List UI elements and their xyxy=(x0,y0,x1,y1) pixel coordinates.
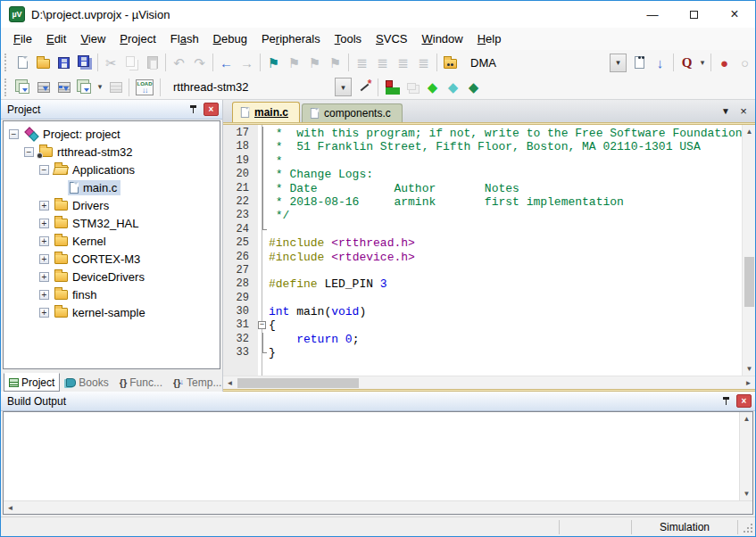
scroll-right-icon[interactable]: ► xyxy=(742,376,755,390)
manage-project-items-icon[interactable] xyxy=(402,77,422,98)
search-combobox[interactable]: DMA▾ xyxy=(463,54,627,72)
tree-item-kernel[interactable]: +Kernel xyxy=(4,232,220,250)
menu-flash[interactable]: Flash xyxy=(163,29,206,48)
outdent-icon[interactable]: ≣ xyxy=(372,52,393,73)
build-output-horizontal-scrollbar[interactable]: ◄ xyxy=(4,500,752,514)
save-icon[interactable] xyxy=(54,52,74,73)
fold-margin[interactable]: − xyxy=(254,318,269,332)
build-output-close-button[interactable]: × xyxy=(736,394,752,408)
expander-plus-icon[interactable]: + xyxy=(39,236,49,246)
document-tab-components-c[interactable]: components.c xyxy=(302,103,403,122)
document-tab-main-c[interactable]: main.c xyxy=(232,102,300,122)
indent-icon[interactable]: ≣ xyxy=(352,52,372,73)
tree-item-stm32-hal[interactable]: +STM32_HAL xyxy=(4,214,220,232)
tree-item-finsh-label-wrap[interactable]: finsh xyxy=(53,287,100,302)
tree-item-main-c-label-wrap[interactable]: main.c xyxy=(68,180,120,195)
tree-item-devicedrivers-label-wrap[interactable]: DeviceDrivers xyxy=(53,269,148,285)
menu-view[interactable]: View xyxy=(73,29,112,48)
panel-tab-templates[interactable]: {}↓Temp... xyxy=(169,373,226,392)
select-device-icon[interactable]: ◆ xyxy=(443,77,463,98)
close-document-button[interactable]: × xyxy=(735,103,752,120)
panel-tab-project[interactable]: Project xyxy=(4,373,60,392)
tree-item-drivers[interactable]: +Drivers xyxy=(4,196,220,214)
manage-rte-icon[interactable] xyxy=(381,77,402,98)
build-scroll-left-icon[interactable]: ◄ xyxy=(4,501,17,515)
stop-build-icon[interactable] xyxy=(105,77,126,98)
open-file-icon[interactable] xyxy=(33,52,54,73)
download-icon[interactable]: LOAD↓↓ xyxy=(132,77,157,98)
expander-plus-icon[interactable]: + xyxy=(39,290,49,300)
scroll-up-icon[interactable]: ▲ xyxy=(743,125,755,138)
scroll-left-icon[interactable]: ◄ xyxy=(223,376,237,390)
build-scroll-down-icon[interactable]: ▼ xyxy=(740,487,753,500)
menu-window[interactable]: Window xyxy=(414,29,469,48)
manage-books-icon[interactable]: ◆ xyxy=(463,77,484,98)
menu-debug[interactable]: Debug xyxy=(206,29,254,48)
build-scroll-up-icon[interactable]: ▲ xyxy=(740,412,753,425)
tree-item-finsh[interactable]: +finsh xyxy=(4,285,220,303)
insert-breakpoint-icon[interactable]: ● xyxy=(714,52,735,73)
incremental-find-icon[interactable]: ↓ xyxy=(650,52,670,73)
undo-icon[interactable]: ↶ xyxy=(169,52,189,73)
expander-minus-icon[interactable]: − xyxy=(9,129,19,139)
tree-item-cortex-m3-label-wrap[interactable]: CORTEX-M3 xyxy=(53,252,144,267)
bookmark-prev-icon[interactable]: ⚑ xyxy=(284,52,304,73)
translate-icon[interactable] xyxy=(12,77,33,98)
expander-plus-icon[interactable]: + xyxy=(39,219,49,228)
expander-plus-icon[interactable]: + xyxy=(39,201,49,211)
expander-minus-icon[interactable]: − xyxy=(24,147,34,157)
new-file-icon[interactable] xyxy=(12,52,33,73)
build-icon[interactable] xyxy=(33,77,54,98)
tree-item-drivers-label-wrap[interactable]: Drivers xyxy=(53,198,112,213)
build-output-pin-icon[interactable] xyxy=(722,396,731,406)
cut-icon[interactable]: ✂ xyxy=(101,52,121,73)
menu-edit[interactable]: Edit xyxy=(39,29,73,48)
batch-build-icon[interactable] xyxy=(74,77,95,98)
tree-item-applications[interactable]: −Applications xyxy=(4,161,220,178)
close-button[interactable]: × xyxy=(714,1,755,28)
editor-vscroll-thumb[interactable] xyxy=(744,257,754,307)
uncomment-selection-icon[interactable]: ≣ xyxy=(413,52,434,73)
tree-item-kernel-label-wrap[interactable]: Kernel xyxy=(53,234,110,249)
tree-item-main-c[interactable]: main.c xyxy=(4,178,220,196)
redo-icon[interactable]: ↷ xyxy=(189,52,210,73)
build-output-vertical-scrollbar[interactable]: ▲ ▼ xyxy=(739,412,752,500)
expander-plus-icon[interactable]: + xyxy=(39,308,49,318)
navigate-back-icon[interactable]: ← xyxy=(216,52,237,73)
bookmark-next-icon[interactable]: ⚑ xyxy=(304,52,325,73)
expander-plus-icon[interactable]: + xyxy=(39,272,49,282)
menu-project[interactable]: Project xyxy=(112,29,162,48)
search-combobox-dropdown-icon[interactable]: ▾ xyxy=(610,54,627,72)
disable-breakpoint-icon[interactable]: ○ xyxy=(735,52,755,73)
tree-item-kernel-sample[interactable]: +kernel-sample xyxy=(4,303,220,321)
save-all-icon[interactable] xyxy=(74,52,95,73)
find-text-icon[interactable] xyxy=(629,52,650,73)
tree-item-stm32-hal-label-wrap[interactable]: STM32_HAL xyxy=(53,216,142,231)
pin-icon[interactable] xyxy=(189,104,198,114)
editor-hscroll-thumb[interactable] xyxy=(237,378,359,388)
panel-tab-functions[interactable]: {}Func... xyxy=(115,373,167,392)
grep-icon[interactable]: Q xyxy=(677,52,697,73)
tree-item-applications-label-wrap[interactable]: Applications xyxy=(53,162,138,178)
grep-caret-icon[interactable]: ▾ xyxy=(697,52,708,73)
menu-peripherals[interactable]: Peripherals xyxy=(254,29,328,48)
editor-horizontal-scrollbar[interactable]: ◄ ► xyxy=(223,376,755,389)
comment-selection-icon[interactable]: ≣ xyxy=(393,52,413,73)
bookmark-clear-icon[interactable]: ⚑ xyxy=(325,52,345,73)
tab-list-button[interactable]: ▼ xyxy=(718,103,734,120)
expander-plus-icon[interactable]: + xyxy=(39,254,49,264)
target-combobox-dropdown-icon[interactable]: ▾ xyxy=(335,78,352,96)
tree-item-rtthread-stm32[interactable]: −rtthread-stm32 xyxy=(4,143,220,161)
copy-icon[interactable] xyxy=(121,52,142,73)
minimize-button[interactable]: — xyxy=(632,1,673,28)
target-combobox[interactable]: rtthread-stm32▾ xyxy=(166,78,352,96)
expander-minus-icon[interactable]: − xyxy=(39,165,49,175)
bookmark-toggle-icon[interactable]: ⚑ xyxy=(263,52,284,73)
tree-item-project-root-label-wrap[interactable]: Project: project xyxy=(22,127,124,142)
paste-icon[interactable] xyxy=(142,52,162,73)
tree-item-kernel-sample-label-wrap[interactable]: kernel-sample xyxy=(53,305,149,320)
tree-item-rtthread-stm32-label-wrap[interactable]: rtthread-stm32 xyxy=(37,145,137,160)
navigate-forward-icon[interactable]: → xyxy=(237,52,257,73)
menu-help[interactable]: Help xyxy=(470,29,509,48)
tree-item-devicedrivers[interactable]: +DeviceDrivers xyxy=(4,268,220,285)
